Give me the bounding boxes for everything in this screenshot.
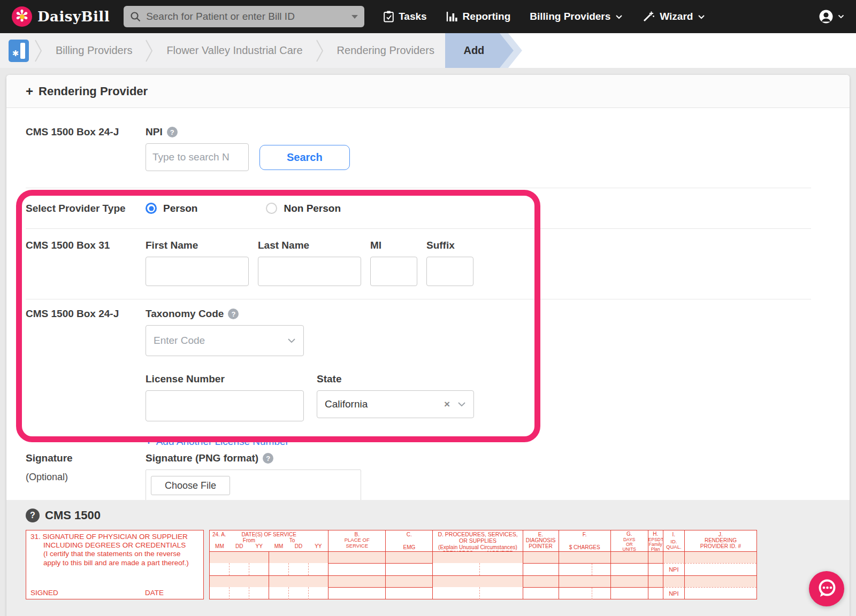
user-avatar-icon	[819, 9, 834, 24]
taxonomy-section: CMS 1500 Box 24-J Taxonomy Code ? Enter …	[26, 299, 811, 447]
last-name-label: Last Name	[258, 240, 309, 251]
page-header: + Rendering Provider	[6, 75, 850, 108]
first-name-field[interactable]	[146, 257, 249, 286]
billing-provider-icon[interactable]: ✱	[9, 40, 29, 62]
chat-support-button[interactable]	[809, 571, 844, 606]
breadcrumb-separator-icon	[316, 38, 324, 63]
taxonomy-field-label: Taxonomy Code	[146, 308, 224, 320]
help-icon[interactable]: ?	[228, 309, 239, 319]
cms-col-c-header: C. EMG	[386, 530, 433, 552]
cms-npi-cell: NPI	[663, 587, 685, 599]
mi-field[interactable]	[370, 257, 417, 286]
npi-search-input[interactable]	[146, 143, 249, 171]
page-title: Rendering Provider	[39, 84, 148, 98]
chevron-down-icon	[698, 14, 705, 19]
license-number-field[interactable]	[146, 390, 304, 421]
signature-optional-label: (Optional)	[26, 472, 146, 483]
clear-state-icon[interactable]: ×	[444, 398, 450, 410]
search-placeholder: Search for Patient or enter Bill ID	[146, 11, 346, 22]
radio-unselected-icon[interactable]	[266, 203, 277, 214]
nav-item-wizard[interactable]: Wizard	[642, 10, 705, 23]
first-name-label: First Name	[146, 240, 198, 251]
suffix-field[interactable]	[426, 257, 473, 286]
cms1500-form-preview: 31. SIGNATURE OF PHYSICIAN OR SUPPLIER I…	[26, 530, 757, 599]
account-menu[interactable]	[819, 9, 844, 24]
breadcrumb-rendering-providers[interactable]: Rendering Providers	[326, 44, 445, 57]
chevron-down-icon	[287, 338, 296, 343]
cms1500-heading: CMS 1500	[45, 509, 101, 522]
license-number-label: License Number	[146, 373, 225, 385]
provider-type-section: Select Provider Type Person Non Person	[26, 188, 811, 229]
choose-file-button[interactable]: Choose File	[151, 476, 230, 495]
taxonomy-row-label: CMS 1500 Box 24-J	[26, 308, 146, 447]
cms-col-b-header: B. PLACE OF SERVICE	[328, 530, 386, 552]
breadcrumb: ✱ Billing Providers Flower Valley Indust…	[0, 33, 856, 68]
cms-col-i-header: I. ID. QUAL.	[663, 530, 685, 552]
tasks-clipboard-icon	[384, 11, 394, 22]
nav-item-reporting[interactable]: Reporting	[446, 11, 511, 22]
chevron-down-icon	[838, 14, 844, 19]
chevron-down-icon	[615, 14, 623, 19]
brand[interactable]: ✻ DaisyBill	[12, 6, 110, 27]
cms1500-panel: ? CMS 1500 31. SIGNATURE OF PHYSICIAN OR…	[6, 500, 850, 616]
plus-icon: +	[26, 84, 33, 99]
chevron-down-icon	[457, 402, 466, 407]
cms-npi-cell: NPI	[663, 563, 685, 576]
npi-field-label: NPI	[146, 126, 163, 138]
radio-person[interactable]: Person	[146, 203, 197, 214]
cms-col-f-header: F. $ CHARGES	[559, 530, 611, 552]
top-navbar: ✻ DaisyBill Search for Patient or enter …	[0, 0, 856, 33]
npi-row-label: CMS 1500 Box 24-J	[26, 126, 146, 188]
help-icon[interactable]: ?	[263, 453, 273, 464]
help-icon[interactable]: ?	[167, 127, 178, 137]
mi-label: MI	[370, 240, 381, 251]
global-search-input[interactable]: Search for Patient or enter Bill ID	[124, 6, 364, 27]
reporting-chart-icon	[446, 11, 458, 22]
radio-non-person[interactable]: Non Person	[266, 203, 341, 214]
state-select[interactable]: California ×	[317, 390, 474, 418]
brand-name: DaisyBill	[37, 9, 110, 25]
provider-type-label: Select Provider Type	[26, 203, 146, 214]
signature-field-label: Signature (PNG format)	[146, 452, 258, 464]
nav-item-billing-providers[interactable]: Billing Providers	[530, 11, 623, 22]
cms-col-j-header: J. RENDERING PROVIDER ID. #	[685, 530, 756, 552]
daisybill-logo-icon: ✻	[12, 6, 32, 27]
wizard-wand-icon	[642, 10, 655, 23]
search-icon	[130, 11, 141, 22]
npi-section: CMS 1500 Box 24-J NPI ? Search	[26, 108, 811, 188]
cms-col-h-header: H. EPSDT Family Plan	[648, 530, 663, 552]
breadcrumb-separator-icon	[145, 38, 154, 63]
signature-section: Signature (Optional) Signature (PNG form…	[26, 447, 811, 500]
search-dropdown-icon[interactable]	[351, 15, 358, 19]
add-license-link[interactable]: + Add Another License Number	[146, 435, 474, 448]
nav-item-tasks[interactable]: Tasks	[384, 11, 426, 22]
breadcrumb-separator-icon	[34, 38, 43, 63]
state-label: State	[317, 373, 341, 385]
taxonomy-code-select[interactable]: Enter Code	[146, 325, 304, 356]
breadcrumb-flower-valley[interactable]: Flower Valley Industrial Care	[156, 44, 313, 57]
box31-section: CMS 1500 Box 31 First Name Last Name MI …	[26, 229, 811, 299]
cms-box31-cell: 31. SIGNATURE OF PHYSICIAN OR SUPPLIER I…	[26, 530, 204, 599]
suffix-label: Suffix	[426, 240, 455, 251]
breadcrumb-add-active[interactable]: Add	[445, 33, 514, 68]
main-content-card: + Rendering Provider CMS 1500 Box 24-J N…	[6, 75, 850, 616]
cms-col-d-header: D. PROCEDURES, SERVICES, OR SUPPLIES (Ex…	[433, 530, 523, 552]
cms-col-g-header: G. DAYS OR UNITS	[611, 530, 648, 552]
breadcrumb-billing-providers[interactable]: Billing Providers	[45, 44, 143, 57]
radio-selected-icon[interactable]	[146, 203, 157, 214]
cms-signed-label: SIGNED	[30, 589, 58, 597]
npi-search-button[interactable]: Search	[259, 145, 350, 170]
chat-bubble-icon	[815, 578, 838, 600]
help-icon[interactable]: ?	[26, 509, 40, 522]
cms-row-cell	[210, 563, 269, 576]
box31-row-label: CMS 1500 Box 31	[26, 240, 146, 299]
signature-file-input[interactable]: Choose File	[146, 469, 361, 500]
cms-col-e-header: E. DIAGNOSIS POINTER	[523, 530, 559, 552]
state-value: California	[325, 398, 444, 410]
last-name-field[interactable]	[258, 257, 361, 286]
cms-date-label: DATE	[145, 589, 164, 597]
cms-col-a-header: 24. A. DATE(S) OF SERVICE From To MMDD Y…	[210, 530, 328, 552]
signature-row-label: Signature	[26, 452, 146, 464]
cms-box24-table: 24. A. DATE(S) OF SERVICE From To MMDD Y…	[209, 530, 757, 599]
